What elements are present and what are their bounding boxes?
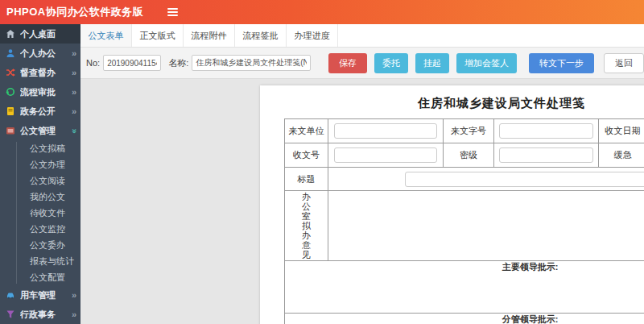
chevron-right-icon: » bbox=[72, 88, 76, 97]
document-title: 住房和城乡建设局文件处理笺 bbox=[284, 85, 644, 118]
sidebar-item-label: 公文管理 bbox=[20, 125, 72, 137]
main-leader-note-cell[interactable]: 主要领导批示: bbox=[285, 261, 644, 314]
receive-no-input[interactable] bbox=[334, 147, 437, 163]
sidebar-item-supervision[interactable]: 督查督办 » bbox=[0, 63, 80, 82]
no-label: No: bbox=[86, 58, 100, 68]
content-area: 住房和城乡建设局文件处理笺 来文单位 来文字号 收文日期 收文号 bbox=[80, 79, 644, 324]
sidebar-subitem-doc-monitor[interactable]: 公文监控 bbox=[0, 221, 80, 237]
funnel-icon bbox=[6, 309, 16, 319]
office-opinion-cell[interactable] bbox=[328, 191, 644, 261]
receive-date-label: 收文日期 bbox=[599, 119, 644, 143]
hamburger-menu-icon[interactable] bbox=[164, 5, 181, 19]
secrecy-label: 密级 bbox=[444, 143, 494, 168]
sidebar: 个人桌面 个人办公 » 督查督办 » 流程审批 » 政务公开 » 公文管理 » bbox=[0, 24, 80, 324]
sidebar-subitem-doc-config[interactable]: 公文配置 bbox=[0, 269, 80, 285]
document-form-table: 来文单位 来文字号 收文日期 收文号 密级 缓急 标题 bbox=[284, 118, 644, 324]
tab-flow-signoff[interactable]: 流程签批 bbox=[235, 24, 287, 47]
receive-no-label: 收文号 bbox=[285, 143, 328, 168]
sidebar-subitem-doc-delegate[interactable]: 公文委办 bbox=[0, 237, 80, 253]
suspend-button[interactable]: 挂起 bbox=[415, 53, 449, 73]
main-area: 公文表单 正文版式 流程附件 流程签批 办理进度 No: 名称: 保存 委托 挂… bbox=[80, 24, 644, 324]
table-row: 分管领导批示: bbox=[285, 314, 644, 324]
tab-body-layout[interactable]: 正文版式 bbox=[132, 24, 184, 47]
deputy-leader-note-cell[interactable]: 分管领导批示: bbox=[285, 314, 644, 324]
user-icon bbox=[6, 48, 16, 58]
source-ref-input[interactable] bbox=[499, 123, 592, 139]
sidebar-item-vehicle-management[interactable]: 用车管理 » bbox=[0, 285, 80, 305]
office-opinion-label: 办公室拟办意见 bbox=[285, 191, 328, 261]
sidebar-item-admin-affairs[interactable]: 行政事务 » bbox=[0, 305, 80, 324]
table-row: 办公室拟办意见 bbox=[285, 191, 644, 261]
app-title: PHPOA协同办公软件政务版 bbox=[0, 5, 143, 19]
chevron-down-icon: » bbox=[69, 128, 78, 133]
sidebar-subitem-pending-files[interactable]: 待收文件 bbox=[0, 205, 80, 221]
sidebar-item-document-management[interactable]: 公文管理 » bbox=[0, 121, 80, 140]
name-label: 名称: bbox=[168, 57, 188, 69]
tab-document-form[interactable]: 公文表单 bbox=[80, 24, 132, 47]
doc-title-label: 标题 bbox=[285, 168, 328, 191]
source-ref-label: 来文字号 bbox=[444, 119, 494, 143]
journal-icon bbox=[6, 106, 16, 116]
forward-next-step-button[interactable]: 转文下一步 bbox=[529, 53, 594, 73]
sidebar-subitem-doc-read[interactable]: 公文阅读 bbox=[0, 172, 80, 189]
source-unit-label: 来文单位 bbox=[285, 119, 328, 143]
table-row: 收文号 密级 缓急 bbox=[285, 143, 644, 168]
folder-icon bbox=[6, 126, 16, 135]
tab-flow-attachments[interactable]: 流程附件 bbox=[184, 24, 235, 47]
sidebar-item-label: 流程审批 bbox=[20, 86, 72, 98]
urgency-label: 缓急 bbox=[599, 143, 644, 168]
home-icon bbox=[6, 29, 16, 39]
sidebar-item-label: 行政事务 bbox=[20, 309, 72, 321]
app-header: PHPOA协同办公软件政务版 bbox=[0, 0, 644, 24]
car-icon bbox=[6, 290, 16, 300]
sidebar-subitem-doc-handle[interactable]: 公文办理 bbox=[0, 156, 80, 172]
add-countersign-button[interactable]: 增加会签人 bbox=[456, 53, 517, 73]
document-management-submenu: 公文拟稿 公文办理 公文阅读 我的公文 待收文件 公文监控 公文委办 报表与统计… bbox=[0, 140, 80, 285]
table-row: 主要领导批示: bbox=[285, 261, 644, 314]
sidebar-item-personal-office[interactable]: 个人办公 » bbox=[0, 44, 80, 63]
table-row: 标题 bbox=[285, 168, 644, 191]
sidebar-item-label: 督查督办 bbox=[20, 67, 72, 79]
sidebar-subitem-my-docs[interactable]: 我的公文 bbox=[0, 189, 80, 205]
chevron-right-icon: » bbox=[72, 291, 76, 300]
source-unit-input[interactable] bbox=[334, 123, 437, 139]
secrecy-input[interactable] bbox=[499, 147, 592, 163]
sidebar-subitem-reports-stats[interactable]: 报表与统计 bbox=[0, 253, 80, 269]
sidebar-item-workflow-approval[interactable]: 流程审批 » bbox=[0, 82, 80, 102]
back-button[interactable]: 返回 bbox=[604, 53, 644, 73]
chevron-right-icon: » bbox=[72, 49, 76, 58]
tab-bar: 公文表单 正文版式 流程附件 流程签批 办理进度 bbox=[80, 24, 644, 48]
delegate-button[interactable]: 委托 bbox=[374, 53, 408, 73]
chevron-right-icon: » bbox=[72, 69, 76, 77]
toolbar: No: 名称: 保存 委托 挂起 增加会签人 转文下一步 返回 bbox=[80, 48, 644, 79]
sidebar-item-gov-disclosure[interactable]: 政务公开 » bbox=[0, 102, 80, 121]
document-paper: 住房和城乡建设局文件处理笺 来文单位 来文字号 收文日期 收文号 bbox=[260, 85, 644, 324]
sidebar-subitem-doc-draft[interactable]: 公文拟稿 bbox=[0, 140, 80, 156]
doc-title-input[interactable] bbox=[405, 172, 644, 187]
doc-no-input[interactable] bbox=[103, 55, 161, 71]
doc-name-input[interactable] bbox=[192, 55, 311, 71]
sidebar-item-label: 用车管理 bbox=[20, 289, 72, 301]
sidebar-item-personal-desktop[interactable]: 个人桌面 bbox=[0, 24, 80, 44]
shuffle-icon bbox=[6, 68, 16, 77]
save-button[interactable]: 保存 bbox=[328, 53, 367, 73]
sidebar-item-label: 个人桌面 bbox=[20, 28, 76, 40]
tab-progress[interactable]: 办理进度 bbox=[287, 24, 338, 47]
refresh-icon bbox=[6, 87, 16, 97]
table-row: 来文单位 来文字号 收文日期 bbox=[285, 119, 644, 143]
sidebar-item-label: 政务公开 bbox=[20, 106, 72, 118]
chevron-right-icon: » bbox=[72, 310, 76, 319]
chevron-right-icon: » bbox=[72, 107, 76, 116]
sidebar-item-label: 个人办公 bbox=[20, 48, 72, 60]
